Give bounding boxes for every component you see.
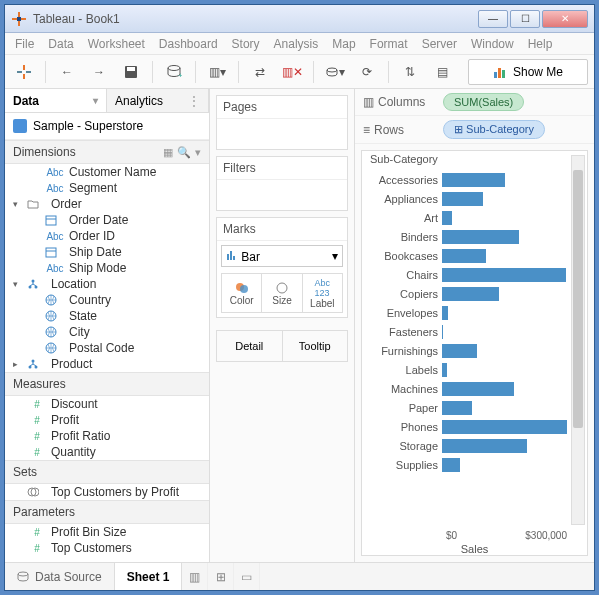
size-button[interactable]: Size <box>261 273 302 313</box>
field-order-date[interactable]: Order Date <box>5 212 209 228</box>
svg-rect-4 <box>17 17 21 21</box>
bar-row[interactable]: Accessories <box>370 171 567 188</box>
chart-scrollbar[interactable] <box>571 155 585 525</box>
pages-shelf[interactable]: Pages <box>216 95 348 150</box>
new-story-icon[interactable]: ▭ <box>234 563 260 590</box>
svg-rect-5 <box>23 65 25 70</box>
pages-label: Pages <box>217 96 347 119</box>
columns-pill[interactable]: SUM(Sales) <box>443 93 524 111</box>
close-button[interactable]: ✕ <box>542 10 588 28</box>
clear-button[interactable]: ▥✕ <box>279 59 305 85</box>
detail-button[interactable]: Detail <box>216 330 283 362</box>
bar-row[interactable]: Binders <box>370 228 567 245</box>
datasource-name: Sample - Superstore <box>33 119 143 133</box>
bar-row[interactable]: Supplies <box>370 456 567 473</box>
field-ship-date[interactable]: Ship Date <box>5 244 209 260</box>
tooltip-button[interactable]: Tooltip <box>282 330 349 362</box>
marks-card: Marks Bar ▾ Color Size Abc123Label <box>216 217 348 318</box>
save-button[interactable] <box>118 59 144 85</box>
filters-shelf[interactable]: Filters <box>216 156 348 211</box>
svg-rect-15 <box>498 68 501 78</box>
menu-analysis[interactable]: Analysis <box>274 37 319 51</box>
bar-row[interactable]: Chairs <box>370 266 567 283</box>
bar-row[interactable]: Fasteners <box>370 323 567 340</box>
rows-pill[interactable]: ⊞ Sub-Category <box>443 120 545 139</box>
field-segment[interactable]: AbcSegment <box>5 180 209 196</box>
menu-file[interactable]: File <box>15 37 34 51</box>
color-button[interactable]: Color <box>221 273 262 313</box>
field-ship-mode[interactable]: AbcShip Mode <box>5 260 209 276</box>
bar-row[interactable]: Bookcases <box>370 247 567 264</box>
showme-button[interactable]: Show Me <box>468 59 588 85</box>
field-country[interactable]: Country <box>5 292 209 308</box>
menu-server[interactable]: Server <box>422 37 457 51</box>
field-postal-code[interactable]: Postal Code <box>5 340 209 356</box>
bar-chart-icon <box>493 65 507 79</box>
field-product[interactable]: ▸Product <box>5 356 209 372</box>
datasource-row[interactable]: Sample - Superstore <box>5 113 209 140</box>
label-button[interactable]: Abc123Label <box>302 273 343 313</box>
field-profit-ratio[interactable]: #Profit Ratio <box>5 428 209 444</box>
menu-map[interactable]: Map <box>332 37 355 51</box>
mark-type-select[interactable]: Bar ▾ <box>221 245 343 267</box>
field-top-customers-by-profit[interactable]: Top Customers by Profit <box>5 484 209 500</box>
new-datasource-button[interactable]: + <box>161 59 187 85</box>
bar-row[interactable]: Appliances <box>370 190 567 207</box>
logo-button[interactable] <box>11 59 37 85</box>
menu-data[interactable]: Data <box>48 37 73 51</box>
tab-data[interactable]: Data▾ <box>5 89 107 112</box>
maximize-button[interactable]: ☐ <box>510 10 540 28</box>
field-location[interactable]: ▾Location <box>5 276 209 292</box>
bar-row[interactable]: Envelopes <box>370 304 567 321</box>
bar-row[interactable]: Storage <box>370 437 567 454</box>
bar-icon <box>226 249 238 261</box>
bar-row[interactable]: Copiers <box>370 285 567 302</box>
sheet-tab[interactable]: Sheet 1 <box>115 563 183 590</box>
field-customer-name[interactable]: AbcCustomer Name <box>5 164 209 180</box>
forward-button[interactable]: → <box>86 59 112 85</box>
sort-asc-button[interactable]: ▤ <box>429 59 455 85</box>
field-discount[interactable]: #Discount <box>5 396 209 412</box>
search-icon[interactable]: 🔍 <box>177 146 191 159</box>
field-profit-bin-size[interactable]: #Profit Bin Size <box>5 524 209 540</box>
rows-shelf[interactable]: ≡Rows ⊞ Sub-Category <box>355 116 594 144</box>
menu-window[interactable]: Window <box>471 37 514 51</box>
chart-view[interactable]: Sub-Category AccessoriesAppliancesArtBin… <box>361 150 588 556</box>
new-worksheet-icon[interactable]: ▥ <box>182 563 208 590</box>
columns-icon: ▥ <box>363 95 374 109</box>
field-order-id[interactable]: AbcOrder ID <box>5 228 209 244</box>
minimize-button[interactable]: — <box>478 10 508 28</box>
columns-shelf[interactable]: ▥Columns SUM(Sales) <box>355 89 594 116</box>
menu-dashboard[interactable]: Dashboard <box>159 37 218 51</box>
field-order[interactable]: ▾Order <box>5 196 209 212</box>
menu-worksheet[interactable]: Worksheet <box>88 37 145 51</box>
tab-analytics[interactable]: Analytics⋮ <box>107 89 209 112</box>
bar-row[interactable]: Paper <box>370 399 567 416</box>
view-icon[interactable]: ▦ <box>163 146 173 159</box>
field-state[interactable]: State <box>5 308 209 324</box>
new-worksheet-button[interactable]: ▥▾ <box>204 59 230 85</box>
field-top-customers[interactable]: #Top Customers <box>5 540 209 556</box>
duplicate-button[interactable]: ⇄ <box>247 59 273 85</box>
refresh-button[interactable]: ⟳ <box>354 59 380 85</box>
menu-icon[interactable]: ▾ <box>195 146 201 159</box>
swap-button[interactable]: ⇅ <box>397 59 423 85</box>
svg-rect-6 <box>23 74 25 79</box>
bar-row[interactable]: Machines <box>370 380 567 397</box>
bar-row[interactable]: Furnishings <box>370 342 567 359</box>
datasource-tab[interactable]: Data Source <box>5 563 115 590</box>
field-profit[interactable]: #Profit <box>5 412 209 428</box>
bar-row[interactable]: Phones <box>370 418 567 435</box>
menu-story[interactable]: Story <box>232 37 260 51</box>
back-button[interactable]: ← <box>54 59 80 85</box>
autoupdate-button[interactable]: ▾ <box>322 59 348 85</box>
bar-label: Furnishings <box>370 345 442 357</box>
field-quantity[interactable]: #Quantity <box>5 444 209 460</box>
bar-row[interactable]: Labels <box>370 361 567 378</box>
new-dashboard-icon[interactable]: ⊞ <box>208 563 234 590</box>
field-city[interactable]: City <box>5 324 209 340</box>
menu-help[interactable]: Help <box>528 37 553 51</box>
bar-row[interactable]: Art <box>370 209 567 226</box>
svg-rect-1 <box>18 21 20 26</box>
menu-format[interactable]: Format <box>370 37 408 51</box>
